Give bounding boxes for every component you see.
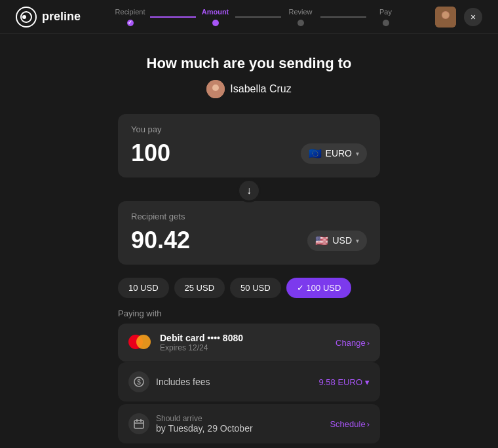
you-pay-amount[interactable]: 100 [131, 140, 170, 167]
logo-icon [16, 7, 37, 28]
recipient-avatar [206, 80, 225, 98]
header: preline Recipient ✓ Amount Review [0, 0, 498, 34]
payment-card: Debit card •••• 8080 Expires 12/24 Chang… [118, 324, 380, 362]
arrive-label: Should arrive [156, 414, 253, 423]
recipient-gets-amount: 90.42 [131, 227, 190, 254]
arrive-date: by Tuesday, 29 October [156, 423, 253, 434]
mastercard-icon [128, 335, 152, 350]
arrive-left: Should arrive by Tuesday, 29 October [128, 413, 253, 434]
fees-left: $ Includes fees [128, 371, 210, 392]
swap-wrapper: ↓ [118, 179, 380, 202]
step-review-label: Review [288, 8, 312, 16]
close-button[interactable]: × [464, 8, 482, 26]
step-review-dot [297, 20, 304, 26]
fees-right: 9.58 EURO ▾ [319, 377, 370, 387]
logo-text: preline [42, 10, 81, 24]
arrive-row: Should arrive by Tuesday, 29 October Sch… [118, 404, 380, 443]
svg-text:$: $ [137, 379, 141, 386]
quick-100-btn[interactable]: ✓100 USD [286, 278, 352, 298]
recipient-gets-card: Recipient gets 90.42 🇺🇸 USD ▾ [118, 201, 380, 265]
page-title: How much are you sending to [147, 55, 352, 72]
recipient-gets-label: Recipient gets [131, 212, 367, 221]
schedule-label: Schedule [330, 419, 365, 429]
quick-10-btn[interactable]: 10 USD [118, 278, 169, 298]
line-amount-review [235, 16, 281, 18]
usd-flag-icon: 🇺🇸 [315, 234, 328, 247]
step-recipient-label: Recipient [115, 8, 145, 16]
card-expiry: Expires 12/24 [160, 343, 243, 352]
step-pay-indicator [383, 20, 389, 26]
step-amount-label: Amount [202, 8, 229, 16]
arrive-info: Should arrive by Tuesday, 29 October [156, 414, 253, 434]
change-button[interactable]: Change › [335, 338, 370, 348]
recipient-name: Isabella Cruz [230, 83, 291, 95]
schedule-button[interactable]: Schedule › [330, 419, 370, 429]
mc-yellow-circle [136, 335, 151, 349]
payment-info: Debit card •••• 8080 Expires 12/24 [160, 333, 243, 352]
quick-100-label: 100 USD [307, 283, 341, 293]
euro-flag-icon: 🇪🇺 [309, 147, 322, 160]
line-review-pay [320, 16, 366, 18]
svg-rect-11 [134, 420, 144, 428]
calendar-icon [128, 413, 149, 434]
recipient-row: Isabella Cruz [206, 80, 291, 98]
swap-button[interactable]: ↓ [237, 179, 261, 202]
step-review: Review [281, 8, 320, 26]
avatar [435, 7, 456, 28]
payment-left: Debit card •••• 8080 Expires 12/24 [128, 333, 243, 352]
step-amount-dot [212, 20, 219, 26]
fees-chevron-icon: ▾ [365, 377, 370, 387]
step-pay-label: Pay [379, 8, 392, 16]
change-label: Change [335, 338, 366, 348]
you-pay-label: You pay [131, 124, 367, 134]
steps-nav: Recipient ✓ Amount Review Pay [111, 8, 406, 26]
fees-row: $ Includes fees 9.58 EURO ▾ [118, 362, 380, 401]
recipient-currency-chevron-icon: ▾ [356, 237, 359, 244]
change-chevron-icon: › [367, 338, 370, 348]
quick-50-btn[interactable]: 50 USD [230, 278, 281, 298]
recipient-gets-row: 90.42 🇺🇸 USD ▾ [131, 227, 367, 254]
svg-point-1 [22, 15, 26, 19]
you-pay-currency-label: EURO [326, 148, 352, 159]
step-recipient-indicator: ✓ [127, 20, 134, 26]
you-pay-card: You pay 100 🇪🇺 EURO ▾ [118, 114, 380, 177]
svg-point-7 [212, 84, 219, 91]
step-recipient-dot: ✓ [127, 20, 134, 26]
step-amount-indicator [212, 20, 219, 26]
line-recipient-amount [150, 16, 196, 18]
step-pay: Pay [366, 8, 406, 26]
fees-amount: 9.58 EURO [319, 377, 362, 387]
you-pay-row: 100 🇪🇺 EURO ▾ [131, 140, 367, 167]
you-pay-currency-btn[interactable]: 🇪🇺 EURO ▾ [301, 143, 367, 164]
fees-label: Includes fees [156, 377, 210, 387]
step-pay-dot [383, 20, 389, 26]
step-amount: Amount [196, 8, 235, 26]
card-name: Debit card •••• 8080 [160, 333, 243, 343]
main-content: How much are you sending to Isabella Cru… [0, 34, 498, 448]
currency-chevron-icon: ▾ [356, 150, 359, 157]
step-review-indicator [297, 20, 304, 26]
step-recipient: Recipient ✓ [111, 8, 150, 26]
quick-amounts: 10 USD 25 USD 50 USD ✓100 USD [118, 278, 380, 298]
quick-25-btn[interactable]: 25 USD [174, 278, 225, 298]
cards-container: You pay 100 🇪🇺 EURO ▾ ↓ Recipient gets 9… [118, 114, 380, 267]
paying-with-label: Paying with [118, 308, 380, 318]
fees-icon: $ [128, 371, 149, 392]
svg-point-5 [442, 12, 449, 18]
logo: preline [16, 7, 81, 28]
recipient-currency-label: USD [332, 235, 352, 246]
recipient-currency-btn[interactable]: 🇺🇸 USD ▾ [307, 231, 367, 251]
schedule-chevron-icon: › [367, 419, 370, 429]
header-right: × [435, 7, 482, 28]
